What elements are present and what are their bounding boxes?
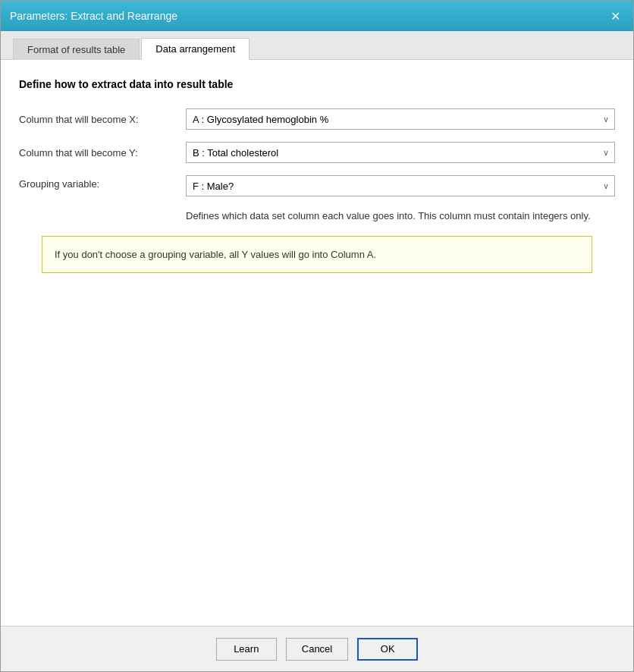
- cancel-button[interactable]: Cancel: [286, 638, 348, 661]
- dialog-window: Parameters: Extract and Rearrange ✕ Form…: [0, 0, 634, 672]
- grouping-select[interactable]: A : Glycosylated hemoglobin % B : Total …: [186, 175, 615, 196]
- close-button[interactable]: ✕: [606, 7, 624, 25]
- section-title: Define how to extract data into result t…: [19, 78, 615, 90]
- column-x-label: Column that will become X:: [19, 114, 186, 125]
- column-y-group: Column that will become Y: A : Glycosyla…: [19, 142, 615, 163]
- column-x-select-wrapper: A : Glycosylated hemoglobin % B : Total …: [186, 108, 615, 130]
- column-y-label: Column that will become Y:: [19, 147, 186, 159]
- tab-format[interactable]: Format of results table: [13, 39, 140, 60]
- info-box: If you don't choose a grouping variable,…: [42, 236, 592, 274]
- grouping-label: Grouping variable:: [19, 175, 186, 190]
- main-content: Define how to extract data into result t…: [1, 60, 633, 626]
- tab-arrangement[interactable]: Data arrangement: [141, 38, 250, 60]
- column-x-select[interactable]: A : Glycosylated hemoglobin % B : Total …: [186, 108, 615, 130]
- grouping-select-wrapper: A : Glycosylated hemoglobin % B : Total …: [186, 175, 615, 196]
- footer: Learn Cancel OK: [1, 626, 633, 671]
- column-y-select-wrapper: A : Glycosylated hemoglobin % B : Total …: [186, 142, 615, 163]
- dialog-title: Parameters: Extract and Rearrange: [10, 10, 177, 22]
- title-bar: Parameters: Extract and Rearrange ✕: [1, 1, 633, 31]
- tabs-bar: Format of results table Data arrangement: [1, 31, 633, 60]
- column-y-select[interactable]: A : Glycosylated hemoglobin % B : Total …: [186, 142, 615, 163]
- column-x-group: Column that will become X: A : Glycosyla…: [19, 108, 615, 130]
- ok-button[interactable]: OK: [357, 638, 418, 661]
- grouping-group: Grouping variable: A : Glycosylated hemo…: [19, 175, 615, 196]
- learn-button[interactable]: Learn: [216, 638, 277, 661]
- info-text: Defines which data set column each value…: [186, 209, 615, 224]
